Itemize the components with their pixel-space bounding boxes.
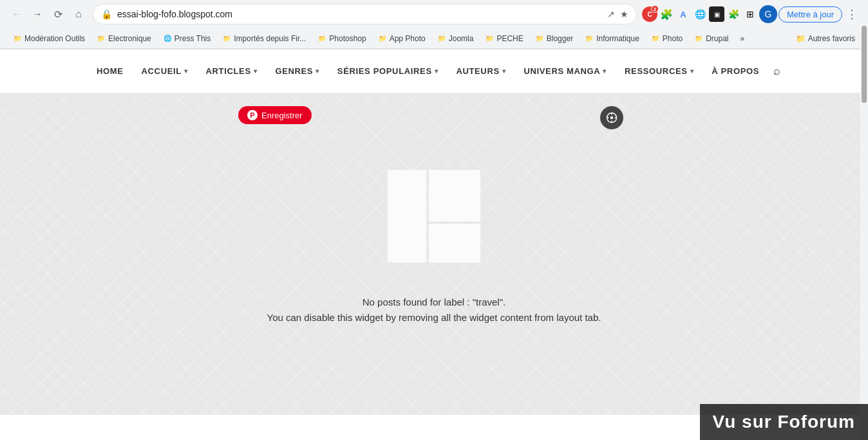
pinterest-save-button[interactable]: Enregistrer xyxy=(238,106,312,124)
chevron-down-icon: ▾ xyxy=(316,68,319,75)
extension-icon-red[interactable]: C2 xyxy=(642,6,657,22)
reload-button[interactable]: ⟳ xyxy=(49,5,67,23)
extension-layout[interactable]: ⊞ xyxy=(742,6,758,22)
search-icon[interactable]: ⌕ xyxy=(773,64,780,78)
lock-icon: 🔒 xyxy=(101,9,112,19)
hero-area: Enregistrer No posts found for label : "… xyxy=(0,93,868,415)
back-button[interactable]: ← xyxy=(8,5,26,23)
nav-articles[interactable]: ARTICLES ▾ xyxy=(197,61,267,81)
ext-badge: 2 xyxy=(651,5,659,13)
bookmark-icon-blogger: 📁 xyxy=(535,34,544,43)
bookmark-icon-moderation: 📁 xyxy=(13,34,22,43)
home-button[interactable]: ⌂ xyxy=(70,5,88,23)
bookmarks-more[interactable]: » xyxy=(735,32,750,45)
bookmark-icon-photoshop: 📁 xyxy=(317,34,326,43)
mosaic-cell-3 xyxy=(429,224,480,262)
bookmark-icon-informatique: 📁 xyxy=(585,34,594,43)
scrollbar-track xyxy=(860,0,868,415)
share-icon[interactable]: ↗ xyxy=(607,9,615,19)
chevron-down-icon: ▾ xyxy=(254,68,258,75)
url-text: essai-blog-fofo.blogspot.com xyxy=(117,9,602,19)
chevron-down-icon: ▾ xyxy=(603,68,607,75)
bookmark-icon-peche: 📁 xyxy=(485,34,494,43)
bookmark-joomla[interactable]: 📁 Joomla xyxy=(432,32,479,45)
bookmarks-other[interactable]: 📁 Autres favoris xyxy=(791,32,860,45)
nav-series[interactable]: SÉRIES POPULAIRES ▾ xyxy=(328,61,448,81)
bookmark-informatique[interactable]: 📁 Informatique xyxy=(580,32,645,45)
no-posts-message: No posts found for label : "travel". You… xyxy=(254,282,614,338)
watermark: Vu sur Foforum xyxy=(700,404,868,415)
bookmark-electronique[interactable]: 📁 Electronique xyxy=(91,32,156,45)
extension-extra[interactable]: 🧩 xyxy=(726,6,741,22)
extension-translate[interactable]: 🌐 xyxy=(692,6,708,22)
forward-button[interactable]: → xyxy=(28,5,46,23)
nav-auteurs[interactable]: AUTEURS ▾ xyxy=(447,61,514,81)
mosaic-grid xyxy=(388,170,480,262)
nav-univers[interactable]: UNIVERS MANGA ▾ xyxy=(514,61,616,81)
website-content: HOME ACCUEIL ▾ ARTICLES ▾ GENRES ▾ SÉRIE… xyxy=(0,50,868,415)
extension-dark[interactable]: ▣ xyxy=(709,6,724,22)
extension-puzzle[interactable]: 🧩 xyxy=(659,6,674,22)
scrollbar-thumb[interactable] xyxy=(862,26,867,103)
bookmark-icon-electronique: 📁 xyxy=(97,34,106,43)
nav-ressources[interactable]: RESSOURCES ▾ xyxy=(616,61,703,81)
bookmark-importes[interactable]: 📁 Importés depuis Fir... xyxy=(217,32,311,45)
browser-toolbar: ← → ⟳ ⌂ 🔒 essai-blog-fofo.blogspot.com ↗… xyxy=(0,0,868,28)
star-icon[interactable]: ★ xyxy=(620,9,628,19)
bookmark-pressthis[interactable]: 🌐 Press This xyxy=(158,32,216,45)
no-posts-line1: No posts found for label : "travel". xyxy=(267,295,601,310)
bookmarks-bar: 📁 Modération Outils 📁 Electronique 🌐 Pre… xyxy=(0,28,868,49)
no-posts-line2: You can disable this widget by removing … xyxy=(267,310,601,325)
update-button[interactable]: Mettre à jour xyxy=(778,6,842,23)
bookmark-icon-pressthis: 🌐 xyxy=(163,34,172,43)
extensions-area: C2 🧩 A 🌐 ▣ 🧩 ⊞ G Mettre à jour ⋮ xyxy=(642,5,860,23)
chevron-down-icon: ▾ xyxy=(184,68,188,75)
bookmark-drupal[interactable]: 📁 Drupal xyxy=(689,32,733,45)
bookmark-icon-joomla: 📁 xyxy=(437,34,446,43)
browser-chrome: ← → ⟳ ⌂ 🔒 essai-blog-fofo.blogspot.com ↗… xyxy=(0,0,868,50)
extension-a[interactable]: A xyxy=(675,6,691,22)
nav-apropos[interactable]: À PROPOS xyxy=(703,61,768,81)
bookmark-photoshop[interactable]: 📁 Photoshop xyxy=(312,32,371,45)
bookmark-appphoto[interactable]: 📁 App Photo xyxy=(373,32,431,45)
mosaic-cell-1 xyxy=(388,170,426,262)
bookmark-moderation[interactable]: 📁 Modération Outils xyxy=(8,32,90,45)
nav-accueil[interactable]: ACCUEIL ▾ xyxy=(133,61,197,81)
profile-icon[interactable]: G xyxy=(759,5,777,23)
nav-buttons: ← → ⟳ ⌂ xyxy=(8,5,88,23)
bookmark-icon-drupal: 📁 xyxy=(694,34,703,43)
svg-point-1 xyxy=(610,116,614,120)
nav-genres[interactable]: GENRES ▾ xyxy=(266,61,328,81)
bookmark-peche[interactable]: 📁 PECHE xyxy=(480,32,528,45)
bookmark-photo[interactable]: 📁 Photo xyxy=(646,32,688,45)
bookmark-icon-importes: 📁 xyxy=(222,34,231,43)
nav-home[interactable]: HOME xyxy=(88,61,133,81)
bookmark-icon-photo: 📁 xyxy=(651,34,660,43)
bookmark-icon-appphoto: 📁 xyxy=(378,34,387,43)
chevron-down-icon: ▾ xyxy=(502,68,506,75)
chevron-down-icon: ▾ xyxy=(690,68,694,75)
site-navigation: HOME ACCUEIL ▾ ARTICLES ▾ GENRES ▾ SÉRIE… xyxy=(0,50,868,93)
folder-icon-other: 📁 xyxy=(796,34,806,43)
mosaic-cell-2 xyxy=(429,170,480,221)
chevron-down-icon: ▾ xyxy=(435,68,439,75)
bookmark-blogger[interactable]: 📁 Blogger xyxy=(530,32,578,45)
float-action-icon[interactable] xyxy=(600,106,623,129)
more-button[interactable]: ⋮ xyxy=(844,7,860,21)
address-bar[interactable]: 🔒 essai-blog-fofo.blogspot.com ↗ ★ xyxy=(93,4,637,24)
